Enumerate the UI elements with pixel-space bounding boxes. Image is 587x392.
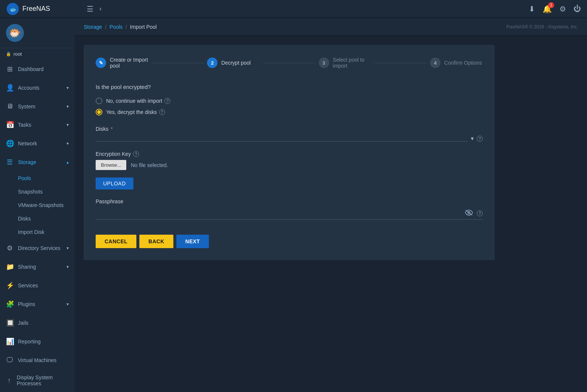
passphrase-help-icon[interactable]: ? [477,210,483,216]
sidebar-sub-item-pools[interactable]: Pools [0,172,75,185]
sidebar-item-dashboard[interactable]: ⊞ Dashboard [0,60,75,78]
radio-yes-decrypt-label: Yes, decrypt the disks ? [106,109,165,115]
logo-area: 🐟 FreeNAS [6,2,81,16]
network-icon: 🌐 [6,139,13,148]
settings-icon[interactable]: ⚙ [559,4,566,13]
reporting-icon: 📊 [6,337,13,346]
no-continue-help-icon[interactable]: ? [164,98,170,104]
avatar: 🐡 [6,24,24,42]
chevron-down-icon: ▾ [67,104,69,109]
freenas-logo: 🐟 [6,2,19,16]
sidebar-sub-item-import-disk[interactable]: Import Disk [0,225,75,239]
sidebar-label-sharing: Sharing [18,264,36,270]
sidebar-item-tasks[interactable]: 📅 Tasks ▾ [0,115,75,134]
disks-dropdown-arrow[interactable]: ▾ [471,135,474,142]
display-system-icon: ↑ [6,377,12,385]
sidebar-item-plugins[interactable]: 🧩 Plugins ▾ [0,295,75,314]
sidebar-item-jails[interactable]: 🔲 Jails [0,314,75,332]
step-1-circle: ✎ [96,58,106,68]
disks-select-row: ▾ ? [96,135,483,142]
tasks-icon: 📅 [6,121,13,129]
sidebar-sub-item-snapshots[interactable]: Snapshots [0,185,75,198]
sidebar-label-system: System [18,104,35,109]
radio-yes-decrypt[interactable]: Yes, decrypt the disks ? [96,109,483,115]
step-1-label: Create or Import pool [110,57,148,69]
passphrase-row: ? [96,207,483,220]
breadcrumb-sep-2: / [126,24,127,30]
breadcrumb-storage[interactable]: Storage [84,24,102,30]
step-4-circle: 4 [430,58,441,68]
action-buttons: CANCEL BACK NEXT [96,235,483,248]
content-area: Storage / Pools / Import Pool FreeNAS® ©… [75,18,587,392]
sidebar-label-storage: Storage [18,159,36,165]
step-connector-2 [263,63,315,63]
disks-select[interactable] [96,135,468,142]
radio-yes-decrypt-input[interactable] [96,109,102,115]
radio-no-continue-input[interactable] [96,98,102,104]
sidebar-item-display-system-processes[interactable]: ↑ Display System Processes [0,369,75,392]
notification-badge: 1 [548,2,554,8]
sidebar-label-vmware-snapshots: VMware-Snapshots [18,202,64,208]
passphrase-input[interactable] [96,207,461,219]
sidebar-sub-item-disks[interactable]: Disks [0,212,75,225]
sidebar-item-accounts[interactable]: 👤 Accounts ▾ [0,78,75,97]
username: root [13,51,22,57]
notifications-button[interactable]: 🔔 1 [543,4,552,13]
sidebar-item-storage[interactable]: ☰ Storage ▴ [0,153,75,172]
encryption-key-help-icon[interactable]: ? [133,151,139,157]
chevron-down-icon: ▾ [67,122,69,127]
sharing-icon: 📁 [6,263,13,271]
sidebar-item-network[interactable]: 🌐 Network ▾ [0,134,75,153]
radio-no-continue-label: No, continue with import ? [106,98,170,104]
browse-button[interactable]: Browse... [96,160,126,170]
next-button[interactable]: NEXT [176,235,209,248]
step-connector-3 [374,63,427,63]
svg-text:🐟: 🐟 [9,5,18,13]
step-3: 3 Select pool to import [319,57,371,69]
radio-no-continue[interactable]: No, continue with import ? [96,98,483,104]
back-button[interactable]: ‹ [99,5,102,13]
disks-help-icon[interactable]: ? [477,136,483,142]
system-icon: 🖥 [6,102,13,110]
encryption-key-label: Encryption Key ? [96,151,483,157]
sidebar-item-services[interactable]: ⚡ Services [0,276,75,295]
sidebar-item-sharing[interactable]: 📁 Sharing ▾ [0,257,75,276]
yes-decrypt-help-icon[interactable]: ? [159,109,165,115]
step-3-label: Select pool to import [333,57,371,69]
encryption-key-field-group: Encryption Key ? Browse... No file selec… [96,151,483,189]
step-4: 4 Confirm Options [430,58,483,68]
visibility-toggle-icon[interactable] [465,210,473,217]
logo-text: FreeNAS [22,5,50,13]
directory-services-icon: ⚙ [6,244,13,252]
step-1: ✎ Create or Import pool [96,57,148,69]
step-2-circle: 2 [207,58,217,68]
accounts-icon: 👤 [6,84,13,92]
chevron-down-icon: ▾ [67,246,69,251]
main-layout: 🐡 🔒 root ⊞ Dashboard 👤 Accounts ▾ 🖥 Syst… [0,18,587,392]
back-button[interactable]: BACK [139,235,173,248]
sidebar-item-system[interactable]: 🖥 System ▾ [0,97,75,115]
step-2: 2 Decrypt pool [207,58,260,68]
breadcrumb-pools[interactable]: Pools [109,24,123,30]
upload-button[interactable]: UPLOAD [96,178,133,189]
power-icon[interactable]: ⏻ [574,4,581,13]
user-area: 🐡 [0,18,75,48]
step-3-circle: 3 [319,58,329,68]
sidebar-item-virtual-machines[interactable]: 🖵 Virtual Machines [0,351,75,369]
sidebar-item-reporting[interactable]: 📊 Reporting [0,332,75,351]
download-icon[interactable]: ⬇ [529,4,535,13]
sidebar-label-jails: Jails [18,320,28,326]
sidebar-item-directory-services[interactable]: ⚙ Directory Services ▾ [0,239,75,257]
encrypted-question: Is the pool encrypted? [96,84,483,90]
sidebar-label-reporting: Reporting [18,339,41,345]
sidebar-label-accounts: Accounts [18,85,40,91]
cancel-button[interactable]: CANCEL [96,235,136,248]
no-file-text: No file selected. [131,162,168,168]
sidebar-sub-item-vmware-snapshots[interactable]: VMware-Snapshots [0,198,75,212]
wizard-card: ✎ Create or Import pool 2 Decrypt pool 3… [84,45,495,260]
hamburger-button[interactable]: ☰ [87,4,93,13]
plugins-icon: 🧩 [6,300,13,308]
storage-icon: ☰ [6,158,13,166]
step-4-label: Confirm Options [444,60,482,66]
disks-required: * [111,126,112,132]
